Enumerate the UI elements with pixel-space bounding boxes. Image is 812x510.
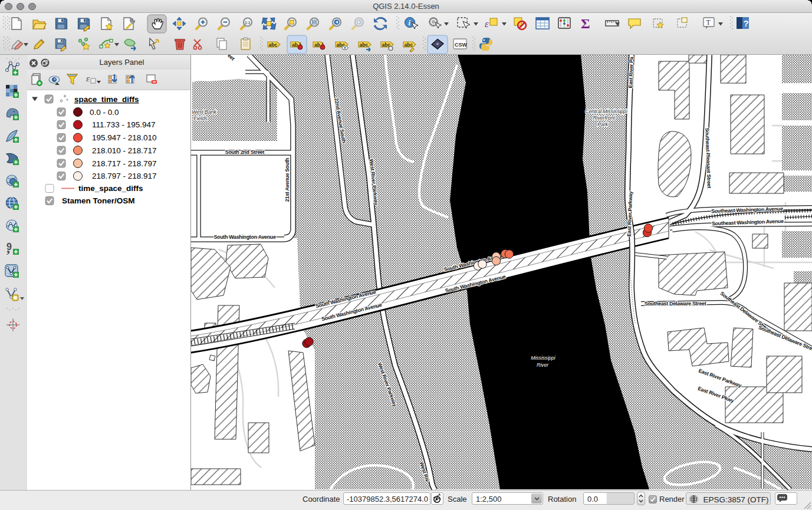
svg-text:Park: Park bbox=[597, 121, 608, 127]
svg-text:South 2nd Street: South 2nd Street bbox=[225, 149, 265, 155]
svg-text:Σ: Σ bbox=[581, 16, 590, 31]
svg-text:1:1: 1:1 bbox=[245, 21, 251, 25]
svg-text:time_space_diffs: time_space_diffs bbox=[78, 184, 143, 193]
svg-text:ε: ε bbox=[485, 18, 489, 29]
svg-text:T: T bbox=[706, 18, 711, 27]
svg-text:ε: ε bbox=[86, 74, 90, 83]
svg-text:218.010 - 218.717: 218.010 - 218.717 bbox=[92, 146, 157, 155]
svg-text:South Washington Avenue: South Washington Avenue bbox=[213, 234, 276, 240]
svg-text:i: i bbox=[409, 18, 411, 27]
svg-text:21st Avenue South: 21st Avenue South bbox=[284, 158, 290, 202]
svg-text:9: 9 bbox=[6, 242, 12, 252]
svg-text:Southeast Delaware Street: Southeast Delaware Street bbox=[645, 301, 706, 307]
svg-text:Fields: Fields bbox=[194, 116, 208, 121]
svg-text:East River Pa: East River Pa bbox=[627, 57, 635, 88]
svg-text:Stamen Toner/OSM: Stamen Toner/OSM bbox=[62, 196, 135, 205]
svg-text:?: ? bbox=[744, 18, 749, 28]
svg-text:West Bank: West Bank bbox=[192, 109, 216, 115]
svg-text:218.717 - 218.797: 218.717 - 218.797 bbox=[92, 159, 157, 168]
svg-text:0.0 - 0.0: 0.0 - 0.0 bbox=[90, 108, 119, 117]
svg-text:River: River bbox=[537, 362, 549, 368]
svg-text:Central Mississippi: Central Mississippi bbox=[585, 108, 628, 114]
svg-text:CSW: CSW bbox=[455, 42, 468, 48]
svg-text:Mississippi: Mississippi bbox=[531, 355, 556, 361]
svg-text:218.797 - 218.917: 218.797 - 218.917 bbox=[92, 172, 157, 180]
svg-text:195.947 - 218.010: 195.947 - 218.010 bbox=[92, 133, 157, 142]
svg-text:111.733 - 195.947: 111.733 - 195.947 bbox=[92, 120, 156, 129]
svg-text:Riverfront: Riverfront bbox=[593, 115, 615, 121]
svg-text:space_time_diffs: space_time_diffs bbox=[74, 95, 139, 104]
